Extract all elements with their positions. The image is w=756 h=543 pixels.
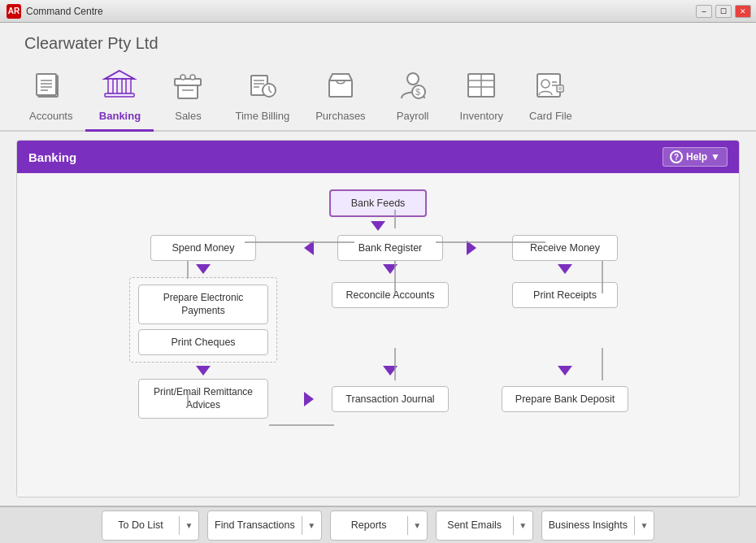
timebilling-icon <box>241 64 284 106</box>
reports-button[interactable]: Reports ▼ <box>330 510 428 541</box>
window-title: Command Centre <box>26 6 103 17</box>
transaction-journal-node[interactable]: Transaction Journal <box>332 386 448 412</box>
window-controls[interactable]: – ☐ ✕ <box>696 5 751 18</box>
prepare-electronic-node[interactable]: Prepare Electronic Payments <box>138 285 268 324</box>
sentemails-dropdown-arrow[interactable]: ▼ <box>513 516 532 535</box>
nav-item-purchases[interactable]: Purchases <box>302 59 378 130</box>
print-receipts-node[interactable]: Print Receipts <box>512 282 618 308</box>
help-icon: ? <box>670 150 683 163</box>
svg-rect-7 <box>108 79 113 93</box>
company-name: Clearwater Pty Ltd <box>0 23 756 59</box>
nav-bar: Accounts Banking <box>0 59 756 132</box>
arrow-br-down <box>383 264 398 274</box>
app-logo: AR <box>7 4 21 19</box>
nav-label-sales: Sales <box>175 110 202 122</box>
nav-item-cardfile[interactable]: Card File <box>516 59 585 130</box>
spend-money-node[interactable]: Spend Money <box>150 235 256 261</box>
reports-dropdown-arrow[interactable]: ▼ <box>407 516 427 535</box>
findtrans-label: Find Transactions <box>208 519 302 531</box>
close-button[interactable]: ✕ <box>735 5 751 18</box>
arrow-pr-down <box>558 366 572 376</box>
arrow-br-to-sm <box>304 241 314 255</box>
nav-item-inventory[interactable]: Inventory <box>447 59 516 130</box>
title-bar: AR Command Centre – ☐ ✕ <box>0 0 756 23</box>
bottom-bar: To Do List ▼ Find Transactions ▼ Reports… <box>0 506 756 543</box>
nav-label-accounts: Accounts <box>29 110 72 122</box>
svg-point-16 <box>180 75 185 80</box>
help-button[interactable]: ? Help ▼ <box>663 147 728 167</box>
receive-money-node[interactable]: Receive Money <box>512 235 618 261</box>
print-remittance-node[interactable]: Print/Email Remittance Advices <box>138 379 268 419</box>
svg-rect-9 <box>126 79 131 93</box>
nav-label-banking: Banking <box>99 110 141 122</box>
banking-icon <box>98 64 141 106</box>
arrow-left-down <box>196 366 211 376</box>
arrow-sm-down <box>196 264 211 274</box>
findtrans-button[interactable]: Find Transactions ▼ <box>207 510 322 541</box>
svg-point-26 <box>407 73 419 85</box>
arrow-bankfeeds-bankregister <box>371 221 385 231</box>
help-label: Help <box>686 151 707 163</box>
todo-button[interactable]: To Do List ▼ <box>102 510 199 541</box>
insights-dropdown-arrow[interactable]: ▼ <box>634 516 654 535</box>
findtrans-dropdown-arrow[interactable]: ▼ <box>302 516 321 535</box>
nav-label-purchases: Purchases <box>315 110 365 122</box>
insights-label: Business Insights <box>542 519 634 531</box>
accounts-icon <box>30 64 72 106</box>
cardfile-icon <box>529 64 571 106</box>
nav-label-cardfile: Card File <box>529 110 572 122</box>
svg-point-34 <box>541 80 550 88</box>
banking-panel: Banking ? Help ▼ <box>16 140 740 497</box>
flowchart: Bank Feeds Spend Money <box>17 173 739 497</box>
reports-label: Reports <box>331 519 407 531</box>
arrow-rm-down <box>558 264 572 274</box>
main-window: Clearwater Pty Ltd Accounts <box>0 23 756 543</box>
prepare-bank-deposit-node[interactable]: Prepare Bank Deposit <box>502 386 628 412</box>
todo-label: To Do List <box>102 519 179 531</box>
svg-point-17 <box>190 75 195 80</box>
maximize-button[interactable]: ☐ <box>715 5 732 18</box>
todo-dropdown-arrow[interactable]: ▼ <box>179 516 198 535</box>
nav-item-banking[interactable]: Banking <box>85 59 154 130</box>
minimize-button[interactable]: – <box>696 5 712 18</box>
nav-label-timebilling: Time Billing <box>235 110 289 122</box>
svg-rect-10 <box>105 93 134 97</box>
help-dropdown-icon: ▼ <box>710 151 720 163</box>
nav-item-accounts[interactable]: Accounts <box>16 59 85 130</box>
panel-header: Banking ? Help ▼ <box>17 141 739 173</box>
nav-label-inventory: Inventory <box>460 110 503 122</box>
sentemails-label: Sent Emails <box>437 519 513 531</box>
arrow-remit-to-tj <box>304 392 314 406</box>
reconcile-accounts-node[interactable]: Reconcile Accounts <box>332 282 448 308</box>
insights-button[interactable]: Business Insights ▼ <box>541 510 654 541</box>
nav-item-timebilling[interactable]: Time Billing <box>222 59 302 130</box>
arrow-br-to-rm <box>467 241 476 255</box>
svg-marker-6 <box>105 71 134 79</box>
bank-register-node[interactable]: Bank Register <box>337 235 443 261</box>
svg-rect-1 <box>37 74 56 95</box>
nav-item-sales[interactable]: Sales <box>154 59 222 130</box>
svg-rect-8 <box>117 79 122 93</box>
left-group-box: Prepare Electronic Payments Print Cheque… <box>129 277 277 363</box>
arrow-rec-down <box>383 366 398 376</box>
content-area: Banking ? Help ▼ <box>0 132 756 506</box>
panel-title: Banking <box>28 150 76 164</box>
svg-rect-11 <box>175 79 201 85</box>
bank-feeds-node[interactable]: Bank Feeds <box>329 189 427 217</box>
payroll-icon: $ <box>392 64 434 106</box>
sentemails-button[interactable]: Sent Emails ▼ <box>436 510 533 541</box>
nav-label-payroll: Payroll <box>397 110 429 122</box>
purchases-icon <box>319 64 362 106</box>
inventory-icon <box>460 64 502 106</box>
sales-icon <box>167 64 209 106</box>
nav-item-payroll[interactable]: $ Payroll <box>379 59 447 130</box>
svg-rect-37 <box>557 85 563 92</box>
print-cheques-node[interactable]: Print Cheques <box>138 329 268 355</box>
svg-rect-12 <box>178 85 198 98</box>
svg-text:$: $ <box>415 87 420 97</box>
